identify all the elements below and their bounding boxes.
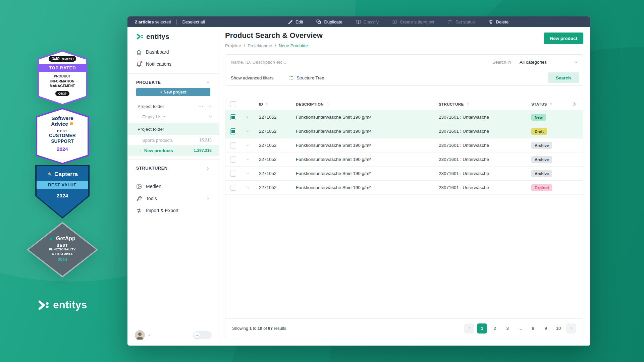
row-description: Funktionsunterwäsche Shirt 190 g/m² — [291, 143, 439, 148]
divider — [176, 19, 177, 24]
breadcrumb-projektname[interactable]: Projektname — [248, 43, 272, 48]
sort-icon — [265, 102, 269, 106]
sidebar-item-notifications[interactable]: Notifications — [127, 58, 219, 70]
entitys-mark-icon — [136, 33, 144, 40]
sidebar-item-tools[interactable]: Tools — [127, 192, 219, 204]
user-avatar[interactable] — [135, 330, 145, 340]
tree-item-new-products[interactable]: New products 1.397.318 — [127, 145, 219, 156]
page-button[interactable]: 8 — [528, 323, 538, 334]
new-project-button[interactable]: + New project — [136, 88, 210, 96]
row-expand-chevron[interactable] — [241, 157, 254, 162]
action-delete[interactable]: Delete — [488, 19, 509, 24]
table-row[interactable]: 2271052 Funktionsunterwäsche Shirt 190 g… — [225, 124, 583, 138]
row-checkbox[interactable] — [230, 185, 236, 191]
tree-item-sports-products[interactable]: Sports products 15.318 — [127, 135, 219, 145]
sort-icon — [549, 102, 553, 106]
category-select[interactable]: All categories — [520, 60, 578, 65]
breadcrumb-projekte[interactable]: Projekte — [225, 43, 241, 48]
table-row[interactable]: 2271052 Funktionsunterwäsche Shirt 190 g… — [225, 138, 583, 153]
row-structure: 23071601 : Unterwäsche — [439, 185, 526, 190]
page-button[interactable]: 3 — [502, 323, 513, 334]
user-menu-chevron-icon[interactable] — [147, 333, 151, 337]
col-header-description[interactable]: DESCRIPTION — [291, 102, 439, 106]
main-content: Product Search & Overview Projekte / Pro… — [219, 27, 590, 346]
action-duplicate[interactable]: Duplicate — [316, 19, 342, 24]
app-window: 2 articles selected Deselect all Edit Du… — [127, 16, 590, 346]
page-button[interactable]: 1 — [477, 323, 487, 334]
tree-item-empty-liste[interactable]: Empty Liste 0 — [127, 112, 219, 122]
table-row[interactable]: 2271052 Funktionsunterwäsche Shirt 190 g… — [225, 153, 583, 167]
action-create-subproject[interactable]: Create subproject — [392, 19, 434, 24]
image-icon — [136, 184, 142, 189]
sidebar-item-dashboard[interactable]: Dashboard — [127, 46, 219, 58]
table-row[interactable]: 2271052 Funktionsunterwäsche Shirt 190 g… — [225, 181, 583, 195]
row-checkbox[interactable] — [230, 157, 236, 163]
col-header-structure[interactable]: STRUCTURE — [439, 102, 526, 106]
omr-period: Q1/25 — [55, 91, 70, 96]
chevron-right-icon — [569, 326, 574, 330]
chevron-right-icon — [206, 166, 210, 171]
selection-action-bar: 2 articles selected Deselect all Edit Du… — [127, 16, 590, 27]
theme-toggle[interactable] — [193, 331, 212, 339]
project-folder-row[interactable]: Project folder ⋯ + — [127, 101, 219, 112]
action-set-status[interactable]: Set status — [448, 19, 475, 24]
section-strukturen[interactable]: STRUKTUREN — [127, 163, 219, 173]
home-icon — [136, 49, 142, 55]
row-checkbox[interactable] — [230, 114, 236, 120]
sidebar-item-medien[interactable]: Medien — [127, 180, 219, 192]
row-expand-chevron[interactable] — [241, 143, 254, 147]
section-projekte[interactable]: PROJEKTE — [127, 77, 219, 87]
row-checkbox[interactable] — [230, 171, 236, 177]
row-expand-chevron[interactable] — [241, 115, 254, 119]
new-product-button[interactable]: New product — [544, 33, 583, 44]
search-button[interactable]: Search — [548, 72, 579, 83]
page-button[interactable]: 9 — [541, 323, 551, 334]
folder-more-icon[interactable]: ⋯ — [198, 103, 204, 109]
action-edit[interactable]: Edit — [288, 19, 303, 24]
row-structure: 23071601 : Unterwäsche — [439, 129, 526, 134]
entitys-logo[interactable]: entitys — [127, 29, 219, 46]
action-classify[interactable]: Classify — [356, 19, 379, 24]
chevron-right-icon — [206, 196, 210, 201]
create-subproject-icon — [392, 19, 397, 24]
pagination-prev[interactable] — [464, 323, 474, 334]
structure-tree-button[interactable]: Structure Tree — [289, 75, 324, 80]
page-button[interactable]: 10 — [553, 323, 564, 334]
page-button: ... — [515, 323, 525, 334]
row-checkbox[interactable] — [230, 142, 236, 148]
badge-year: 2024 — [57, 146, 68, 152]
table-row[interactable]: 2271052 Funktionsunterwäsche Shirt 190 g… — [225, 167, 583, 181]
row-id: 2271052 — [254, 143, 291, 148]
sidebar-item-import-export[interactable]: Import & Export — [127, 204, 219, 217]
speech-bubble-icon — [69, 122, 74, 126]
table-row[interactable]: 2271052 Funktionsunterwäsche Shirt 190 g… — [225, 110, 583, 124]
table-footer: Showing 1 to 10 of 97 results — [225, 318, 583, 338]
table-empty-space — [225, 195, 583, 318]
badge-subtitle: BEST — [57, 243, 68, 247]
pagination-next[interactable] — [566, 323, 576, 334]
row-expand-chevron[interactable] — [241, 171, 254, 176]
select-all-checkbox[interactable] — [230, 101, 236, 107]
row-expand-chevron[interactable] — [241, 129, 254, 133]
tree-item-project-folder[interactable]: Project folder — [127, 123, 219, 135]
table-settings-gear-icon[interactable] — [566, 102, 583, 107]
col-header-id[interactable]: ID — [254, 102, 291, 106]
row-checkbox[interactable] — [230, 128, 236, 134]
status-badge: Archive — [531, 170, 552, 177]
software-advice-brand: Software — [51, 115, 73, 121]
page-button[interactable]: 2 — [490, 323, 500, 334]
deselect-all-button[interactable]: Deselect all — [182, 19, 205, 24]
show-advanced-filters-link[interactable]: Show advanced filters — [231, 75, 273, 80]
omr-category-lines: PRODUCT INFORMATION MANAGEMENT — [50, 74, 75, 89]
search-input[interactable] — [225, 60, 489, 65]
row-expand-chevron[interactable] — [241, 185, 254, 190]
wrench-icon — [136, 196, 142, 201]
folder-add-icon[interactable]: + — [208, 103, 212, 110]
selection-count: 2 articles selected — [135, 19, 171, 24]
breadcrumb-neue-produkte[interactable]: Neue Produkte — [279, 43, 308, 48]
sort-icon — [326, 102, 329, 106]
badge-subtitle: BEST — [57, 129, 67, 133]
getapp-logo: GetApp — [49, 236, 75, 242]
search-panel: Search in All categories Show advanced f… — [225, 54, 583, 86]
col-header-status[interactable]: STATUS — [526, 102, 566, 106]
